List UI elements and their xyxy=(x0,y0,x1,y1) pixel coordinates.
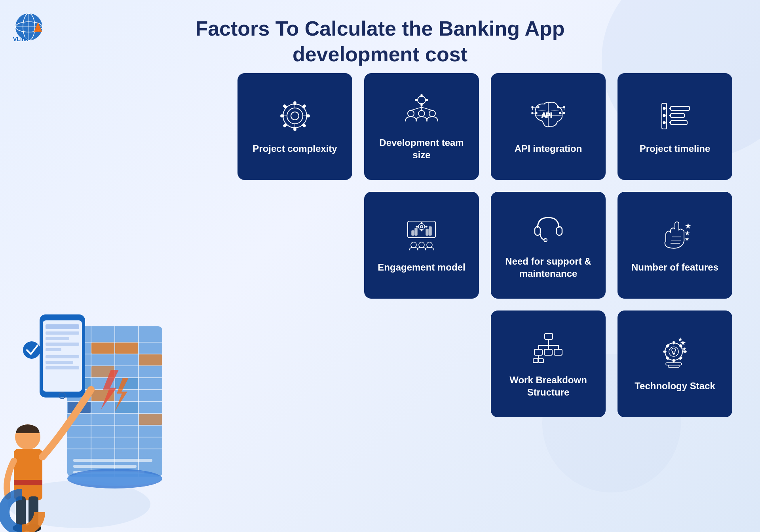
svg-rect-65 xyxy=(412,231,414,235)
card-project-complexity: Project complexity xyxy=(238,73,352,180)
cards-row-3: Work Breakdown Structure xyxy=(238,310,736,417)
svg-rect-51 xyxy=(671,121,687,125)
card-development-team-size-label: Development team size xyxy=(372,136,471,161)
svg-point-71 xyxy=(427,242,432,248)
svg-rect-49 xyxy=(671,106,690,110)
svg-point-53 xyxy=(663,114,665,117)
svg-rect-14 xyxy=(302,104,306,108)
svg-rect-63 xyxy=(416,226,418,227)
svg-point-34 xyxy=(538,106,539,108)
svg-point-40 xyxy=(532,106,533,108)
svg-rect-96 xyxy=(673,341,674,344)
card-technology-stack-label: Technology Stack xyxy=(635,380,715,392)
svg-rect-110 xyxy=(666,363,682,365)
svg-text:★: ★ xyxy=(686,223,691,229)
svg-point-52 xyxy=(663,107,665,110)
svg-rect-138 xyxy=(73,459,152,462)
gear-circuit-icon xyxy=(278,98,312,134)
svg-rect-62 xyxy=(421,229,422,231)
card-api-integration: API xyxy=(491,73,606,180)
svg-rect-81 xyxy=(545,333,553,339)
svg-point-29 xyxy=(429,110,435,117)
svg-rect-111 xyxy=(668,365,679,367)
svg-text:★: ★ xyxy=(679,338,682,341)
svg-rect-102 xyxy=(679,356,682,360)
svg-rect-150 xyxy=(46,355,79,358)
svg-point-59 xyxy=(418,223,425,230)
cards-row-2: Engagement model Need for xyxy=(238,192,736,299)
svg-point-142 xyxy=(67,471,162,486)
svg-point-27 xyxy=(408,110,414,117)
svg-rect-25 xyxy=(415,99,418,101)
tech-stack-icon: ★ ★ ★ xyxy=(657,335,693,371)
svg-rect-68 xyxy=(429,227,431,235)
svg-rect-26 xyxy=(426,99,428,101)
svg-point-8 xyxy=(287,108,303,124)
team-icon xyxy=(404,92,439,128)
svg-point-60 xyxy=(420,225,423,228)
svg-point-104 xyxy=(672,348,676,352)
engagement-icon xyxy=(404,217,439,252)
svg-point-70 xyxy=(419,242,424,248)
svg-rect-147 xyxy=(46,337,69,340)
svg-rect-93 xyxy=(539,359,543,363)
svg-line-31 xyxy=(411,107,422,110)
svg-point-28 xyxy=(418,110,425,117)
card-api-integration-label: API integration xyxy=(515,142,582,155)
svg-rect-66 xyxy=(415,228,417,235)
api-icon: API xyxy=(530,98,566,134)
svg-rect-89 xyxy=(554,349,562,355)
svg-rect-128 xyxy=(91,343,114,354)
svg-rect-137 xyxy=(139,414,162,425)
svg-point-22 xyxy=(418,96,426,104)
svg-rect-67 xyxy=(426,229,428,235)
svg-text:★: ★ xyxy=(683,347,686,351)
page-title: Factors To Calculate the Banking App dev… xyxy=(0,16,760,67)
svg-rect-99 xyxy=(684,351,686,352)
card-technology-stack: ★ ★ ★ Technology Stack xyxy=(618,310,732,417)
card-work-breakdown-structure: Work Breakdown Structure xyxy=(491,310,606,417)
svg-point-54 xyxy=(663,121,665,124)
logo: VLink xyxy=(11,11,55,43)
page-wrapper: VLink Factors To Calculate the Banking A… xyxy=(0,0,760,532)
svg-rect-152 xyxy=(46,366,79,369)
svg-point-37 xyxy=(559,112,561,114)
svg-rect-163 xyxy=(14,480,42,485)
svg-point-45 xyxy=(532,112,533,114)
svg-rect-64 xyxy=(426,226,427,227)
svg-text:★: ★ xyxy=(686,231,689,235)
svg-text:VLink: VLink xyxy=(13,36,28,42)
card-support-maintenance-label: Need for support & maintenance xyxy=(499,255,598,280)
card-number-of-features-label: Number of features xyxy=(631,261,718,273)
timeline-icon xyxy=(657,98,693,134)
svg-point-36 xyxy=(536,112,537,114)
cards-row-1: Project complexity xyxy=(238,73,736,180)
card-support-maintenance: Need for support & maintenance xyxy=(491,192,606,299)
headset-icon xyxy=(532,211,565,246)
svg-text:API: API xyxy=(542,112,552,119)
svg-point-69 xyxy=(411,242,416,248)
illustration xyxy=(0,235,245,532)
svg-point-9 xyxy=(291,112,299,120)
svg-rect-146 xyxy=(46,331,79,335)
svg-rect-50 xyxy=(671,114,684,117)
svg-rect-92 xyxy=(533,359,538,363)
features-icon: ★ ★ ★ xyxy=(657,217,693,252)
card-engagement-model: Engagement model xyxy=(364,192,479,299)
svg-rect-98 xyxy=(663,351,666,352)
org-chart-icon xyxy=(532,329,565,365)
card-project-complexity-label: Project complexity xyxy=(253,142,337,155)
card-engagement-model-label: Engagement model xyxy=(378,261,465,273)
svg-rect-100 xyxy=(666,344,669,347)
svg-rect-139 xyxy=(73,465,137,468)
svg-rect-151 xyxy=(46,361,73,364)
svg-point-43 xyxy=(563,106,565,108)
svg-rect-145 xyxy=(46,324,79,329)
svg-line-32 xyxy=(422,107,432,110)
card-project-timeline-label: Project timeline xyxy=(640,142,711,155)
svg-point-47 xyxy=(563,112,565,114)
svg-point-154 xyxy=(23,341,40,359)
svg-point-35 xyxy=(557,106,559,108)
svg-rect-148 xyxy=(46,343,79,346)
card-work-breakdown-label: Work Breakdown Structure xyxy=(499,374,598,398)
